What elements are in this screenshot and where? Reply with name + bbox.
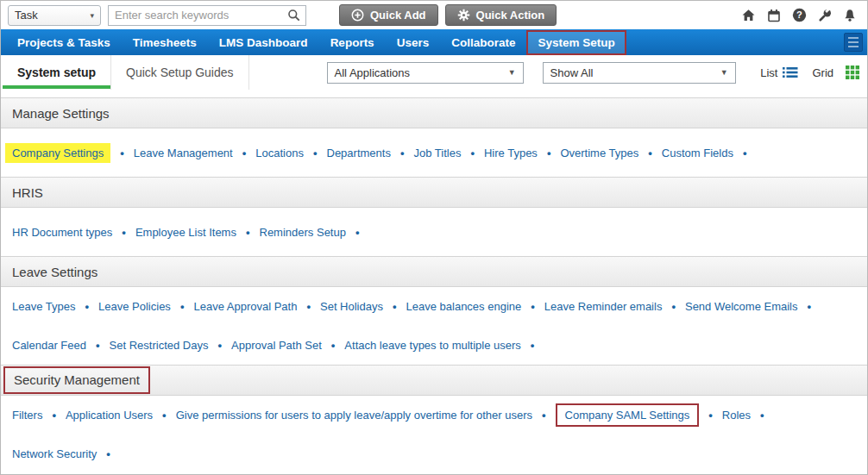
tab-quick-setup-guides[interactable]: Quick Setup Guides	[111, 55, 249, 90]
link-leave-balances-engine[interactable]: Leave balances engine	[406, 300, 522, 313]
nav-item-collaborate[interactable]: Collaborate	[440, 29, 526, 55]
bullet-separator: •	[808, 300, 812, 313]
application-filter-select[interactable]: All Applications ▼	[327, 62, 524, 84]
nav-apps-button[interactable]	[844, 33, 863, 52]
list-view-label: List	[760, 66, 777, 79]
link-send-welcome-emails[interactable]: Send Welcome Emails	[685, 300, 798, 313]
bullet-separator: •	[547, 147, 551, 159]
bullet-separator: •	[120, 147, 124, 159]
search-input[interactable]	[109, 9, 282, 22]
link-leave-types[interactable]: Leave Types	[12, 300, 75, 313]
link-overtime-types[interactable]: Overtime Types	[560, 147, 638, 159]
bullet-separator: •	[217, 339, 222, 352]
link-locations[interactable]: Locations	[255, 147, 304, 159]
grid-view-icon[interactable]	[846, 66, 859, 79]
subnav: System setup Quick Setup Guides All Appl…	[1, 55, 867, 90]
svg-text:?: ?	[796, 9, 802, 20]
application-filter-value: All Applications	[335, 66, 410, 79]
nav-item-system-setup[interactable]: System Setup	[526, 30, 626, 55]
links-row: Calendar Feed • Set Restricted Days • Ap…	[1, 326, 867, 365]
bullet-separator: •	[708, 409, 713, 422]
link-hire-types[interactable]: Hire Types	[484, 147, 538, 159]
bullet-separator: •	[648, 147, 652, 159]
section-header-hris: HRIS	[1, 177, 867, 208]
link-employee-list-items[interactable]: Employee List Items	[135, 226, 236, 239]
bullet-separator: •	[355, 226, 360, 239]
link-leave-management[interactable]: Leave Management	[134, 147, 233, 159]
link-give-permissions[interactable]: Give permissions for users to apply leav…	[176, 409, 532, 422]
app-window: Task ▾ Quick Add Quick Action	[0, 0, 868, 475]
home-icon[interactable]	[741, 9, 756, 22]
gear-icon	[457, 9, 470, 22]
link-filters[interactable]: Filters	[12, 409, 42, 422]
grid-view-label: Grid	[812, 66, 833, 79]
nav-item-users[interactable]: Users	[386, 29, 441, 55]
nav-item-projects-tasks[interactable]: Projects & Tasks	[6, 29, 122, 55]
show-filter-select[interactable]: Show All ▼	[543, 62, 736, 84]
show-filter-value: Show All	[550, 66, 594, 79]
link-leave-reminder-emails[interactable]: Leave Reminder emails	[544, 300, 663, 313]
dropdown-arrow-icon: ▼	[720, 68, 728, 77]
notifications-icon[interactable]	[843, 9, 857, 22]
links-row: Company Settings • Leave Management • Lo…	[1, 128, 867, 177]
tab-system-setup[interactable]: System setup	[3, 55, 111, 90]
link-leave-approval-path[interactable]: Leave Approval Path	[193, 300, 297, 313]
link-hr-document-types[interactable]: HR Document types	[12, 226, 112, 239]
tools-icon[interactable]	[818, 9, 832, 22]
link-set-restricted-days[interactable]: Set Restricted Days	[110, 339, 209, 352]
list-view-icon[interactable]	[783, 66, 798, 78]
links-row: Leave Types • Leave Policies • Leave App…	[1, 287, 867, 326]
link-departments[interactable]: Departments	[327, 147, 391, 159]
bullet-separator: •	[331, 339, 336, 352]
quick-add-button[interactable]: Quick Add	[339, 4, 438, 26]
bullet-separator: •	[106, 447, 110, 460]
quick-action-button[interactable]: Quick Action	[445, 4, 557, 26]
dropdown-arrow-icon: ▼	[508, 68, 516, 77]
bullet-separator: •	[306, 300, 311, 313]
help-icon[interactable]: ?	[792, 8, 807, 22]
link-attach-leave-types-to-multiple-users[interactable]: Attach leave types to multiple users	[344, 339, 521, 352]
link-application-users[interactable]: Application Users	[66, 409, 153, 422]
bullet-separator: •	[760, 409, 764, 422]
annotation-box-security-management: Security Management	[3, 366, 150, 394]
bullet-separator: •	[246, 226, 250, 239]
link-network-security[interactable]: Network Security	[12, 447, 97, 460]
link-reminders-setup[interactable]: Reminders Setup	[260, 226, 346, 239]
links-row: Network Security •	[1, 434, 867, 473]
bullet-separator: •	[671, 300, 676, 313]
quick-action-label: Quick Action	[476, 9, 545, 22]
section-header-leave-settings: Leave Settings	[1, 256, 867, 287]
link-calendar-feed[interactable]: Calendar Feed	[12, 339, 86, 352]
nav-item-timesheets[interactable]: Timesheets	[122, 29, 208, 55]
link-company-saml-settings[interactable]: Company SAML Settings	[565, 409, 690, 422]
link-approval-path-set[interactable]: Approval Path Set	[231, 339, 322, 352]
nav-item-lms-dashboard[interactable]: LMS Dashboard	[208, 29, 319, 55]
links-row: Filters • Application Users • Give permi…	[1, 396, 867, 434]
bullet-separator: •	[85, 300, 89, 313]
section-title: Leave Settings	[12, 265, 97, 279]
section-header-security-management: Security Management	[1, 365, 867, 396]
search-icon[interactable]	[282, 9, 305, 22]
quick-add-label: Quick Add	[370, 9, 426, 22]
chevron-down-icon: ▾	[90, 11, 94, 20]
link-custom-fields[interactable]: Custom Fields	[662, 147, 733, 159]
calendar-icon[interactable]	[767, 9, 781, 22]
section-title: HRIS	[12, 185, 43, 200]
bullet-separator: •	[743, 147, 747, 159]
section-header-manage-settings: Manage Settings	[1, 97, 867, 128]
bullet-separator: •	[531, 339, 535, 352]
bullet-separator: •	[470, 147, 475, 159]
topbar-icon-group: ?	[741, 8, 860, 22]
link-company-settings[interactable]: Company Settings	[5, 143, 110, 163]
link-roles[interactable]: Roles	[722, 409, 751, 422]
search-scope-select[interactable]: Task ▾	[8, 5, 101, 26]
link-job-titles[interactable]: Job Titles	[413, 147, 461, 159]
link-set-holidays[interactable]: Set Holidays	[320, 300, 383, 313]
bullet-separator: •	[162, 409, 167, 422]
search-box	[108, 5, 306, 26]
bullet-separator: •	[542, 409, 546, 422]
link-leave-policies[interactable]: Leave Policies	[98, 300, 171, 313]
view-toggle: List Grid	[760, 66, 867, 79]
nav-item-reports[interactable]: Reports	[319, 29, 386, 55]
bullet-separator: •	[242, 147, 247, 159]
